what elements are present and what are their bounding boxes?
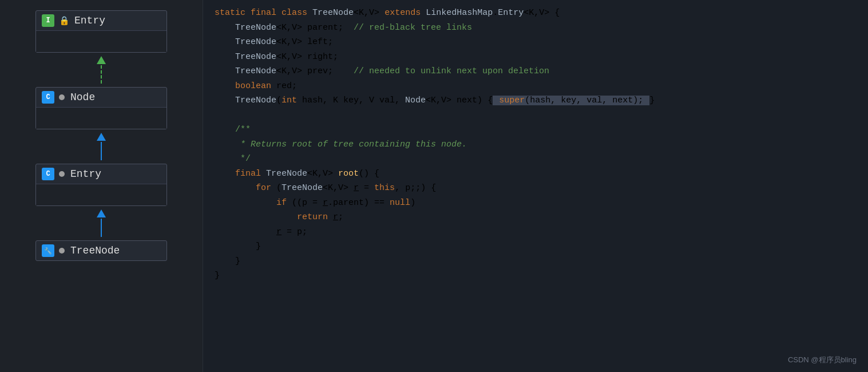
code-panel: static final class TreeNode<K,V> extends… (203, 0, 868, 372)
arrow-solid-blue-2 (97, 206, 106, 240)
arrow-dashed-green (97, 53, 106, 87)
line-dashed (101, 65, 102, 84)
arrow-dashed-inner (97, 56, 106, 84)
dot-entry (59, 171, 65, 177)
code-content: static final class TreeNode<K,V> extends… (215, 6, 857, 283)
icon-class-treenode: 🔧 (42, 244, 54, 257)
arrow-solid-blue-1 (97, 129, 106, 164)
node-label-entry-bottom: Entry (70, 168, 101, 180)
node-header-entry-top: I 🔒 Entry (36, 11, 167, 30)
lock-icon: 🔒 (59, 15, 70, 26)
node-header-entry-bottom: C Entry (36, 164, 167, 184)
line-solid-1 (101, 142, 102, 160)
icon-interface: I (42, 14, 54, 27)
node-body-entry-top (36, 30, 167, 52)
node-body-entry-bottom (36, 184, 167, 205)
node-box-node[interactable]: C Node (35, 87, 167, 129)
node-header-node: C Node (36, 88, 167, 107)
node-body-node (36, 107, 167, 129)
node-label-treenode: TreeNode (70, 245, 120, 256)
dot-node (59, 94, 65, 100)
watermark: CSDN @程序员bling (788, 355, 857, 365)
node-box-entry-top[interactable]: I 🔒 Entry (35, 10, 167, 53)
icon-class-entry: C (42, 168, 54, 180)
arrowhead-green (97, 56, 106, 64)
node-box-entry-bottom[interactable]: C Entry (35, 164, 167, 206)
arrowhead-blue-2 (97, 209, 106, 217)
node-header-treenode: 🔧 TreeNode (36, 241, 167, 260)
node-box-treenode[interactable]: 🔧 TreeNode (35, 240, 167, 261)
arrowhead-blue-1 (97, 133, 106, 141)
class-hierarchy-panel: I 🔒 Entry C Node C Entry (0, 0, 203, 372)
icon-class-node: C (42, 91, 54, 104)
arrow-solid-inner-1 (97, 133, 106, 160)
line-solid-2 (101, 219, 102, 237)
dot-treenode (59, 248, 65, 254)
node-label-node: Node (70, 92, 95, 103)
node-label-entry-top: Entry (74, 15, 105, 26)
arrow-solid-inner-2 (97, 209, 106, 237)
